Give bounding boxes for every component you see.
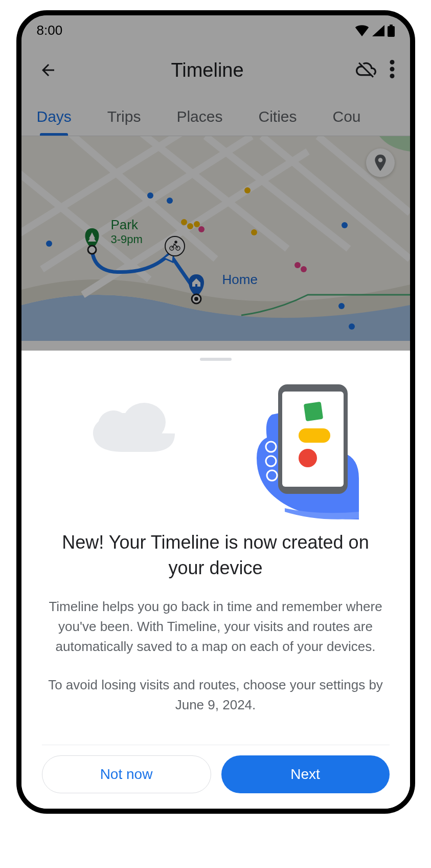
svg-point-10	[88, 246, 96, 254]
drag-handle[interactable]	[200, 358, 232, 361]
battery-icon	[388, 25, 395, 37]
park-name: Park	[111, 217, 138, 232]
tab-countries[interactable]: Cou	[332, 108, 360, 136]
svg-point-4	[390, 74, 394, 78]
svg-point-14	[147, 192, 153, 199]
park-time: 3-9pm	[111, 233, 143, 246]
map-canvas	[21, 136, 410, 341]
svg-point-24	[342, 222, 348, 228]
svg-point-21	[198, 226, 205, 232]
svg-point-17	[251, 229, 257, 235]
svg-point-25	[338, 303, 345, 309]
page-title: Timeline	[59, 59, 356, 81]
sheet-body: Timeline helps you go back in time and r…	[42, 597, 390, 657]
svg-point-13	[46, 241, 52, 247]
map-label-home: Home	[222, 272, 258, 288]
map-marker-button[interactable]	[366, 148, 395, 177]
svg-point-18	[181, 219, 187, 225]
more-vert-icon	[390, 60, 395, 78]
tab-days[interactable]: Days	[37, 108, 72, 136]
sheet-warning: To avoid losing visits and routes, choos…	[42, 675, 390, 715]
svg-rect-0	[388, 26, 395, 37]
svg-point-19	[187, 223, 193, 229]
svg-point-20	[194, 221, 200, 227]
map-label-park: Park 3-9pm	[111, 217, 143, 246]
header-actions	[356, 59, 395, 81]
more-button[interactable]	[390, 60, 395, 80]
arrow-back-icon	[39, 61, 57, 79]
not-now-button[interactable]: Not now	[42, 755, 211, 793]
svg-point-12	[194, 297, 198, 301]
tab-trips[interactable]: Trips	[107, 108, 141, 136]
svg-rect-35	[303, 402, 323, 421]
cloud-off-button[interactable]	[356, 59, 376, 81]
cloud-off-icon	[356, 59, 376, 79]
svg-point-3	[390, 67, 394, 72]
svg-point-16	[244, 187, 251, 193]
svg-point-23	[301, 266, 307, 272]
status-time: 8:00	[37, 23, 63, 38]
phone-frame: 8:00 Timeline Days Trips Places Cities C…	[16, 10, 415, 814]
status-icons	[355, 25, 395, 37]
cellular-icon	[372, 25, 384, 36]
svg-point-6	[165, 236, 185, 256]
map[interactable]: Park 3-9pm Home	[21, 136, 410, 341]
sheet-illustration	[42, 376, 390, 519]
back-button[interactable]	[37, 59, 59, 81]
tab-cities[interactable]: Cities	[258, 108, 297, 136]
next-button[interactable]: Next	[221, 755, 390, 793]
app-header: Timeline	[21, 44, 410, 94]
svg-point-22	[294, 262, 301, 268]
tabs: Days Trips Places Cities Cou	[21, 94, 410, 136]
status-bar: 8:00	[21, 15, 410, 44]
svg-point-37	[299, 449, 317, 467]
pin-icon	[374, 155, 387, 171]
sheet-title: New! Your Timeline is now created on you…	[42, 530, 390, 581]
svg-rect-1	[390, 25, 393, 26]
bottom-sheet: New! Your Timeline is now created on you…	[21, 351, 410, 809]
svg-point-2	[390, 60, 394, 64]
sheet-actions: Not now Next	[42, 745, 390, 793]
svg-point-15	[167, 198, 173, 204]
svg-point-9	[175, 241, 177, 243]
wifi-icon	[355, 25, 369, 36]
svg-point-26	[349, 323, 355, 330]
svg-rect-36	[299, 428, 330, 443]
tab-places[interactable]: Places	[176, 108, 222, 136]
